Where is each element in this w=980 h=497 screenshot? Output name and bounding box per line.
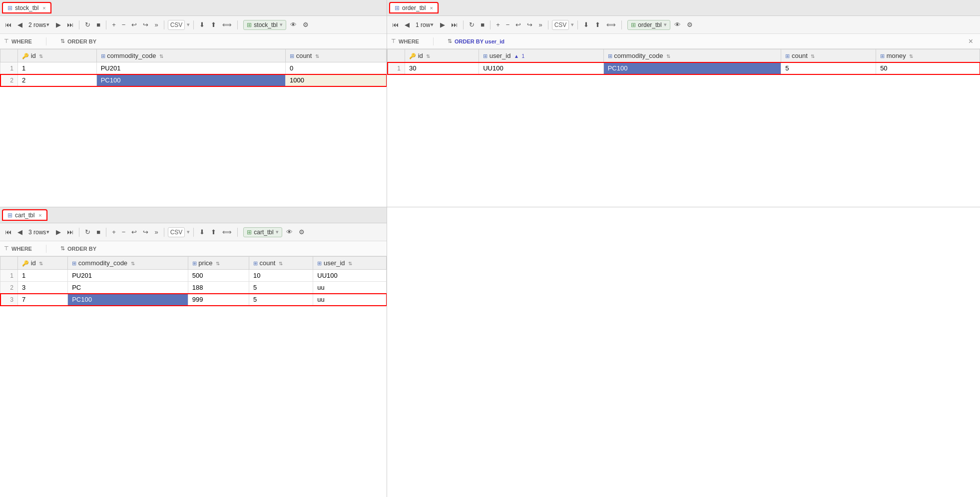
prev-btn[interactable]: ◀ xyxy=(15,20,24,29)
cart-upload-btn[interactable]: ⬆ xyxy=(209,227,218,237)
stock-tab-close[interactable]: × xyxy=(42,5,45,11)
rows-dropdown-arrow[interactable]: ▾ xyxy=(46,21,49,28)
cart-col-count[interactable]: ⊞ count ⇅ xyxy=(249,257,313,270)
cart-col-price[interactable]: ⊞ price ⇅ xyxy=(188,257,249,270)
cart-tab-close[interactable]: × xyxy=(38,212,41,218)
cart-col-user-id[interactable]: ⊞ user_id ⇅ xyxy=(313,257,387,270)
cart-split-btn[interactable]: ⟺ xyxy=(220,227,234,237)
cart-r3-count[interactable]: 5 xyxy=(249,294,313,306)
undo-btn[interactable]: ↩ xyxy=(129,20,139,29)
order-rows-dropdown[interactable]: ▾ xyxy=(431,21,434,28)
cart-more-btn[interactable]: » xyxy=(152,227,160,237)
cart-r3-uid[interactable]: uu xyxy=(313,294,387,306)
cart-stop-btn[interactable]: ■ xyxy=(94,227,102,237)
stock-col-commodity-code[interactable]: ⊞ commodity_code ⇅ xyxy=(96,49,285,62)
cart-refresh-btn[interactable]: ↻ xyxy=(83,227,92,237)
order-r1-count[interactable]: 5 xyxy=(781,62,876,74)
order-more-btn[interactable]: » xyxy=(536,20,544,29)
order-r1-uid[interactable]: UU100 xyxy=(479,62,604,74)
order-upload-btn[interactable]: ⬆ xyxy=(593,20,602,29)
stock-col-count[interactable]: ⊞ count ⇅ xyxy=(286,49,387,62)
cart-next-btn[interactable]: ▶ xyxy=(54,227,63,237)
order-csv-btn[interactable]: CSV xyxy=(552,20,569,30)
cart-redo-btn[interactable]: ↪ xyxy=(141,227,150,237)
cart-gear-btn[interactable]: ⚙ xyxy=(297,227,307,237)
cart-row-1[interactable]: 1 1 PU201 500 10 UU100 xyxy=(0,270,387,282)
order-split-btn[interactable]: ⟺ xyxy=(604,20,618,29)
order-prev-btn[interactable]: ◀ xyxy=(403,20,412,29)
last-btn[interactable]: ⏭ xyxy=(65,20,75,29)
stock-r2-commodity-code[interactable]: PC100 xyxy=(96,74,285,86)
cart-first-btn[interactable]: ⏮ xyxy=(3,227,13,237)
order-r1-id[interactable]: 30 xyxy=(405,62,479,74)
order-stop-btn[interactable]: ■ xyxy=(479,20,487,29)
order-col-money[interactable]: ⊞ money ⇅ xyxy=(876,49,980,62)
order-remove-btn[interactable]: − xyxy=(504,20,512,29)
stock-r2-id[interactable]: 2 xyxy=(18,74,97,86)
order-first-btn[interactable]: ⏮ xyxy=(390,20,401,29)
order-tab-close[interactable]: × xyxy=(430,5,433,11)
stock-r1-count[interactable]: 0 xyxy=(286,62,387,74)
cart-rows-dropdown[interactable]: ▾ xyxy=(46,229,49,235)
stock-r1-commodity-code[interactable]: PU201 xyxy=(96,62,285,74)
cart-eye-btn[interactable]: 👁 xyxy=(284,227,295,237)
order-col-count[interactable]: ⊞ count ⇅ xyxy=(781,49,876,62)
cart-r2-count[interactable]: 5 xyxy=(249,282,313,294)
cart-prev-btn[interactable]: ◀ xyxy=(15,227,24,237)
eye-btn[interactable]: 👁 xyxy=(288,20,299,29)
order-redo-btn[interactable]: ↪ xyxy=(525,20,534,29)
first-btn[interactable]: ⏮ xyxy=(3,20,13,29)
cart-add-btn[interactable]: + xyxy=(110,227,118,237)
stock-r1-id[interactable]: 1 xyxy=(18,62,97,74)
cart-col-commodity-code[interactable]: ⊞ commodity_code ⇅ xyxy=(68,257,188,270)
order-row-1[interactable]: 1 30 UU100 PC100 5 50 xyxy=(388,62,980,74)
order-table-badge[interactable]: ⊞ order_tbl ▾ xyxy=(627,20,670,30)
stock-r2-count[interactable]: 1000 xyxy=(286,74,387,86)
order-r1-cc[interactable]: PC100 xyxy=(603,62,781,74)
cart-table-badge[interactable]: ⊞ cart_tbl ▾ xyxy=(243,227,282,237)
order-tbl-tab[interactable]: ⊞ order_tbl × xyxy=(389,2,439,13)
stop-btn[interactable]: ■ xyxy=(94,20,102,29)
order-filter-close[interactable]: × xyxy=(966,37,976,46)
csv-btn[interactable]: CSV xyxy=(168,20,185,30)
order-gear-btn[interactable]: ⚙ xyxy=(685,20,695,29)
cart-r3-id[interactable]: 7 xyxy=(18,294,68,306)
order-refresh-btn[interactable]: ↻ xyxy=(467,20,477,29)
stock-row-2[interactable]: 2 2 PC100 1000 xyxy=(0,74,387,86)
order-r1-money[interactable]: 50 xyxy=(876,62,980,74)
order-col-id[interactable]: 🔑 id ⇅ xyxy=(405,49,479,62)
cart-r3-cc[interactable]: PC100 xyxy=(68,294,188,306)
order-last-btn[interactable]: ⏭ xyxy=(449,20,460,29)
next-btn[interactable]: ▶ xyxy=(54,20,63,29)
split-btn[interactable]: ⟺ xyxy=(220,20,234,29)
cart-tbl-tab[interactable]: ⊞ cart_tbl × xyxy=(2,209,47,221)
cart-r2-uid[interactable]: uu xyxy=(313,282,387,294)
cart-row-2[interactable]: 2 3 PC 188 5 uu xyxy=(0,282,387,294)
order-undo-btn[interactable]: ↩ xyxy=(513,20,523,29)
cart-r3-price[interactable]: 999 xyxy=(188,294,249,306)
cart-col-id[interactable]: 🔑 id ⇅ xyxy=(18,257,68,270)
order-download-btn[interactable]: ⬇ xyxy=(581,20,591,29)
more-btn[interactable]: » xyxy=(152,20,160,29)
stock-table-badge[interactable]: ⊞ stock_tbl ▾ xyxy=(243,20,286,30)
cart-r1-price[interactable]: 500 xyxy=(188,270,249,282)
cart-last-btn[interactable]: ⏭ xyxy=(65,227,75,237)
order-next-btn[interactable]: ▶ xyxy=(438,20,447,29)
cart-r1-cc[interactable]: PU201 xyxy=(68,270,188,282)
cart-csv-btn[interactable]: CSV xyxy=(168,227,185,237)
order-add-btn[interactable]: + xyxy=(494,20,502,29)
gear-btn[interactable]: ⚙ xyxy=(301,20,311,29)
add-btn[interactable]: + xyxy=(110,20,118,29)
stock-row-1[interactable]: 1 1 PU201 0 xyxy=(0,62,387,74)
cart-r1-count[interactable]: 10 xyxy=(249,270,313,282)
order-col-user-id[interactable]: ⊞ user_id ▲ 1 xyxy=(479,49,604,62)
refresh-btn[interactable]: ↻ xyxy=(83,20,92,29)
order-eye-btn[interactable]: 👁 xyxy=(672,20,683,29)
upload-btn[interactable]: ⬆ xyxy=(209,20,218,29)
stock-tbl-tab[interactable]: ⊞ stock_tbl × xyxy=(2,2,51,13)
remove-btn[interactable]: − xyxy=(120,20,128,29)
cart-r1-id[interactable]: 1 xyxy=(18,270,68,282)
cart-r2-id[interactable]: 3 xyxy=(18,282,68,294)
cart-undo-btn[interactable]: ↩ xyxy=(129,227,139,237)
cart-remove-btn[interactable]: − xyxy=(120,227,128,237)
